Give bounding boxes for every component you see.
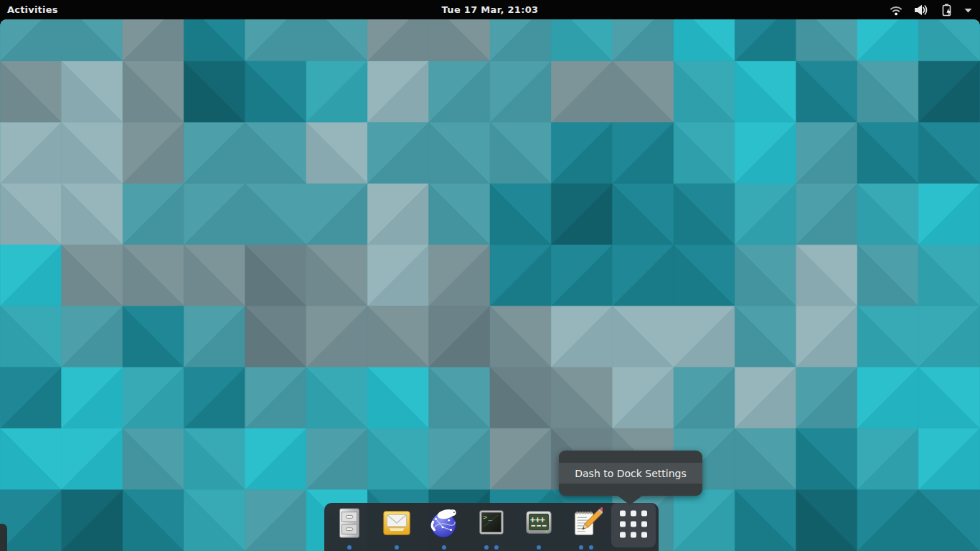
dock-item-web-browser[interactable]: [422, 503, 466, 551]
running-indicator: [422, 545, 466, 550]
running-indicator: [517, 545, 561, 550]
svg-text:_: _: [488, 513, 492, 521]
clock[interactable]: Tue 17 Mar, 21:03: [0, 4, 980, 15]
battery-charging-icon: [939, 3, 953, 17]
dock-item-email-client[interactable]: [374, 503, 419, 551]
terminal-icon: > _: [475, 507, 508, 540]
globe-browser-icon: [428, 507, 461, 540]
wallpaper: [0, 0, 980, 551]
running-indicator: [374, 545, 419, 550]
notepad-pencil-icon: [570, 507, 603, 540]
screen-corner-right: [974, 19, 980, 25]
app-grid-icon: [620, 510, 647, 537]
green-terminal-icon: +++: [522, 507, 555, 540]
dash-to-dock: > _ +++: [324, 503, 659, 551]
menu-item-dash-to-dock-settings[interactable]: Dash to Dock Settings: [559, 463, 702, 484]
file-cabinet-icon: [333, 507, 366, 540]
svg-text:+++: +++: [530, 515, 545, 525]
popup-arrow: [618, 496, 642, 505]
wifi-icon: [889, 3, 903, 17]
dock-item-xterm[interactable]: +++: [517, 503, 561, 551]
top-bar: Activities Tue 17 Mar, 21:03: [0, 0, 980, 19]
desktop: Activities Tue 17 Mar, 21:03: [0, 0, 980, 551]
running-indicator: [327, 545, 372, 550]
running-indicator: [564, 545, 608, 550]
dash-to-dock-popup-menu: Dash to Dock Settings: [559, 451, 702, 496]
dock-item-text-editor[interactable]: [564, 503, 608, 551]
dock-item-terminal[interactable]: > _: [469, 503, 514, 551]
volume-icon: [913, 3, 929, 17]
show-applications-button[interactable]: [611, 503, 656, 547]
mail-icon: [380, 507, 413, 540]
system-tray[interactable]: [889, 3, 980, 17]
screen-corner-left: [0, 19, 6, 25]
svg-text:>: >: [484, 513, 488, 521]
running-indicator: [469, 545, 514, 550]
chevron-down-icon: [963, 3, 973, 17]
hidden-window-edge[interactable]: [0, 524, 7, 551]
dock-item-file-manager[interactable]: [327, 503, 372, 551]
